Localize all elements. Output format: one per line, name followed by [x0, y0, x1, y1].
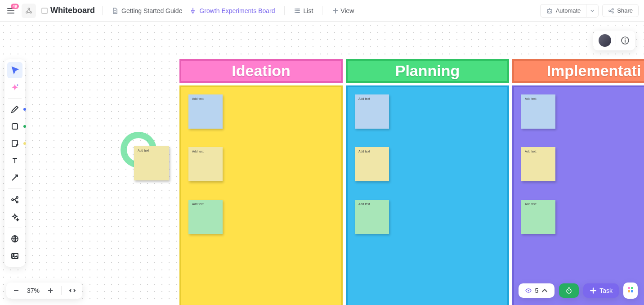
- sparkle-icon: [10, 83, 19, 92]
- svg-point-11: [12, 199, 13, 201]
- column-title: Ideation: [232, 62, 290, 80]
- column-body[interactable]: Add textAdd textAdd text: [346, 85, 509, 305]
- note-text: Add text: [192, 150, 204, 153]
- whiteboard-canvas[interactable]: Add text IdeationAdd textAdd textAdd tex…: [0, 22, 644, 305]
- notification-badge: 49: [11, 4, 19, 9]
- sticky-note[interactable]: Add text: [521, 147, 555, 181]
- svg-point-13: [16, 201, 18, 203]
- sticky-note[interactable]: Add text: [188, 200, 223, 234]
- select-tool[interactable]: [7, 62, 22, 78]
- fit-button[interactable]: [67, 285, 78, 296]
- svg-point-5: [550, 11, 551, 12]
- svg-point-4: [548, 11, 549, 12]
- sparkles-icon: [10, 212, 19, 221]
- color-dot: [23, 108, 26, 111]
- image-icon: [10, 251, 19, 260]
- svg-rect-22: [628, 290, 630, 292]
- add-task-button[interactable]: Task: [583, 283, 619, 298]
- sticky-note[interactable]: Add text: [188, 94, 223, 129]
- square-icon: [10, 122, 19, 131]
- note-text: Add text: [138, 149, 149, 152]
- chevron-down-icon: [590, 9, 595, 13]
- web-tool[interactable]: [7, 231, 22, 247]
- svg-rect-10: [12, 124, 18, 129]
- plus-icon: [47, 287, 54, 294]
- viewers-chip[interactable]: 5: [519, 283, 555, 298]
- stopwatch-icon: [565, 287, 572, 294]
- divider: [284, 6, 285, 15]
- list-icon: [294, 7, 301, 14]
- automate-dropdown[interactable]: [586, 4, 599, 18]
- zoom-percent[interactable]: 37%: [27, 287, 40, 294]
- mindmap-tool[interactable]: [7, 192, 22, 208]
- text-tool[interactable]: [7, 152, 22, 169]
- note-text: Add text: [192, 97, 204, 100]
- column-body[interactable]: Add textAdd textAdd text: [179, 85, 343, 305]
- ai-tool[interactable]: [7, 79, 22, 95]
- sticky-note[interactable]: Add text: [355, 94, 389, 129]
- automate-button[interactable]: Automate: [540, 4, 586, 18]
- column-body[interactable]: Add textAdd textAdd text: [512, 85, 644, 305]
- cursor-icon: [10, 66, 19, 75]
- minus-icon: [13, 287, 20, 294]
- plus-icon: [332, 8, 339, 14]
- sticky-note-loose[interactable]: Add text: [134, 146, 169, 180]
- tab-growth-board[interactable]: Growth Experiments Board: [188, 4, 277, 17]
- grid-icon: [627, 286, 634, 293]
- zoom-in-button[interactable]: [45, 285, 56, 296]
- divider: [102, 6, 103, 15]
- sticky-note[interactable]: Add text: [521, 200, 555, 234]
- svg-point-8: [612, 11, 614, 13]
- connector-tool[interactable]: [7, 170, 22, 186]
- board-column: ImplementatiAdd textAdd textAdd text: [512, 59, 644, 305]
- whiteboard-app-icon[interactable]: [22, 4, 36, 18]
- add-view-button[interactable]: View: [330, 4, 357, 17]
- tab-label: Growth Experiments Board: [199, 7, 275, 14]
- svg-point-9: [17, 85, 18, 86]
- note-text: Add text: [192, 202, 204, 206]
- column-header[interactable]: Ideation: [179, 59, 343, 83]
- tab-getting-started[interactable]: Getting Started Guide: [110, 4, 184, 17]
- note-text: Add text: [525, 97, 537, 100]
- shape-tool[interactable]: [7, 118, 22, 135]
- note-text: Add text: [525, 202, 537, 206]
- image-tool[interactable]: [7, 248, 22, 264]
- magic-tool[interactable]: [7, 209, 22, 225]
- pin-board-icon: [189, 7, 197, 14]
- sticky-note[interactable]: Add text: [521, 94, 555, 129]
- column-header[interactable]: Implementati: [512, 59, 644, 83]
- svg-point-18: [528, 290, 529, 292]
- pen-tool[interactable]: [7, 101, 22, 117]
- column-header[interactable]: Planning: [346, 59, 509, 83]
- zoom-controls: 37%: [6, 283, 82, 299]
- sticky-note[interactable]: Add text: [355, 147, 389, 181]
- note-text: Add text: [525, 150, 537, 153]
- pen-icon: [10, 105, 19, 114]
- svg-rect-20: [628, 287, 630, 289]
- chevron-up-icon: [541, 287, 548, 294]
- globe-icon: [10, 234, 19, 243]
- fit-icon: [69, 287, 76, 294]
- eye-icon: [525, 287, 532, 294]
- add-view-label: View: [340, 7, 354, 14]
- svg-point-2: [30, 11, 32, 13]
- share-icon: [608, 8, 614, 14]
- info-button[interactable]: [620, 35, 631, 46]
- color-swatch[interactable]: [41, 8, 48, 14]
- user-avatar[interactable]: [598, 33, 612, 48]
- page-title: Whiteboard: [50, 6, 95, 15]
- sticky-tool[interactable]: [7, 135, 22, 152]
- timer-chip[interactable]: [559, 283, 579, 298]
- share-button[interactable]: Share: [602, 4, 639, 17]
- menu-button[interactable]: 49: [5, 5, 16, 16]
- robot-icon: [546, 7, 553, 14]
- zoom-out-button[interactable]: [11, 285, 22, 296]
- sticky-note[interactable]: Add text: [355, 200, 389, 234]
- tab-list[interactable]: List: [292, 4, 315, 17]
- sticky-note[interactable]: Add text: [188, 147, 223, 181]
- apps-button[interactable]: [623, 283, 638, 299]
- text-icon: [10, 156, 19, 165]
- presence-panel: [593, 31, 635, 50]
- board-column: IdeationAdd textAdd textAdd text: [179, 59, 343, 305]
- svg-rect-21: [631, 287, 633, 289]
